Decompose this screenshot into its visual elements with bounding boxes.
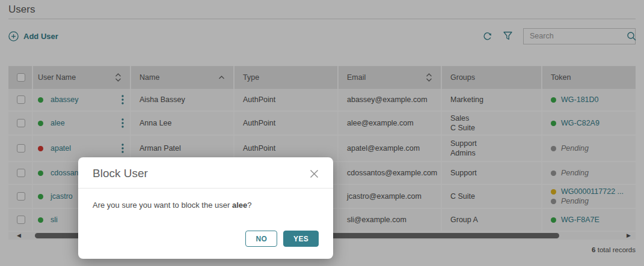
yes-button[interactable]: YES xyxy=(283,231,319,247)
no-button[interactable]: NO xyxy=(245,231,277,247)
block-user-modal: Block User Are you sure you want to bloc… xyxy=(78,157,333,259)
modal-title: Block User xyxy=(93,167,148,180)
modal-message: Are you sure you want to block the user … xyxy=(78,189,333,231)
modal-header: Block User xyxy=(78,157,333,189)
close-icon[interactable] xyxy=(310,169,319,178)
modal-message-username: alee xyxy=(232,201,247,210)
modal-footer: NO YES xyxy=(78,231,333,259)
